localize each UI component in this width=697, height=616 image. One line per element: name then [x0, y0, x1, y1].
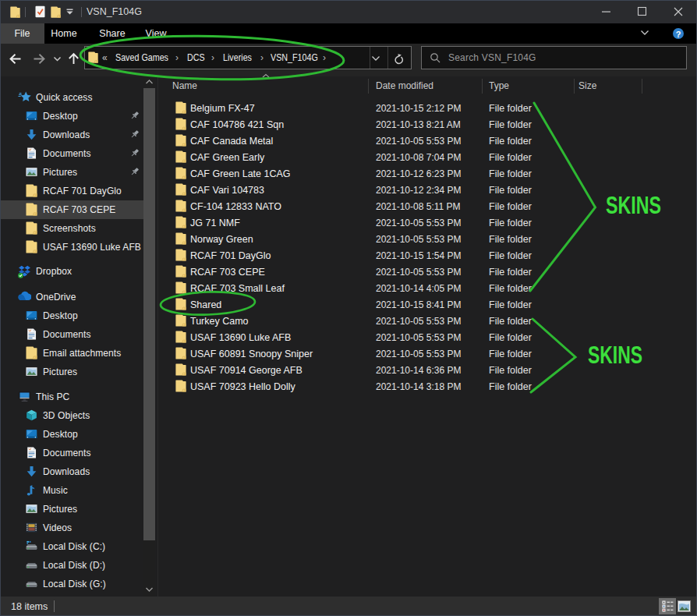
svg-text:SKINS: SKINS [588, 341, 642, 369]
svg-text:SKINS: SKINS [606, 191, 661, 219]
